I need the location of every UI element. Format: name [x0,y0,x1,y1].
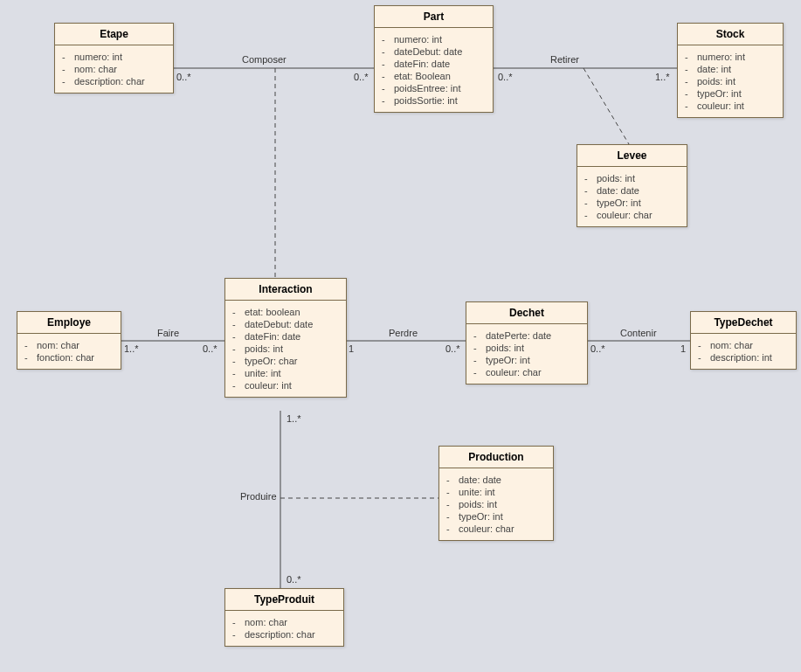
class-stock: Stock -numero: int -date: int -poids: in… [677,23,784,118]
mult-etape-composer: 0..* [176,72,191,82]
class-etape: Etape -numero: int -nom: char -descripti… [54,23,174,94]
class-part: Part -numero: int -dateDebut: date -date… [374,5,494,113]
mult-interaction-perdre: 1 [349,343,354,354]
class-interaction-title: Interaction [225,279,346,301]
class-stock-title: Stock [678,24,783,45]
class-etape-title: Etape [55,24,173,45]
mult-interaction-faire: 0..* [203,343,218,354]
assoc-label-produire: Produire [240,491,277,502]
assoc-label-contenir: Contenir [620,328,657,338]
class-production: Production -date: date -unite: int -poid… [438,446,554,541]
class-employe: Employe -nom: char -fonction: char [17,311,121,370]
mult-typedechet-contenir: 1 [680,343,686,354]
class-dechet-title: Dechet [466,302,587,324]
mult-dechet-contenir: 0..* [590,343,605,354]
class-production-title: Production [439,447,553,468]
class-levee: Levee -poids: int -date: date -typeOr: i… [577,144,687,227]
mult-dechet-perdre: 0..* [445,343,460,354]
class-typeproduit-title: TypeProduit [225,589,343,611]
mult-part-composer: 0..* [354,72,369,82]
class-part-title: Part [375,6,493,28]
assoc-retirer-levee [583,68,629,144]
class-interaction: Interaction -etat: boolean -dateDebut: d… [224,278,347,398]
class-employe-title: Employe [17,312,121,334]
mult-part-retirer: 0..* [498,72,513,82]
class-dechet: Dechet -datePerte: date -poids: int -typ… [466,301,588,384]
mult-typeproduit-produire: 0..* [287,574,301,585]
mult-employe-faire: 1..* [124,343,139,354]
mult-stock-retirer: 1..* [655,72,670,82]
assoc-label-retirer: Retirer [550,54,579,65]
assoc-label-perdre: Perdre [389,328,418,338]
class-typeproduit: TypeProduit -nom: char -description: cha… [224,588,344,647]
class-typedechet-title: TypeDechet [691,312,796,334]
assoc-label-composer: Composer [242,54,287,65]
assoc-label-faire: Faire [157,328,179,338]
class-typedechet: TypeDechet -nom: char -description: int [690,311,797,370]
mult-interaction-produire: 1..* [287,413,301,424]
class-levee-title: Levee [577,145,687,167]
